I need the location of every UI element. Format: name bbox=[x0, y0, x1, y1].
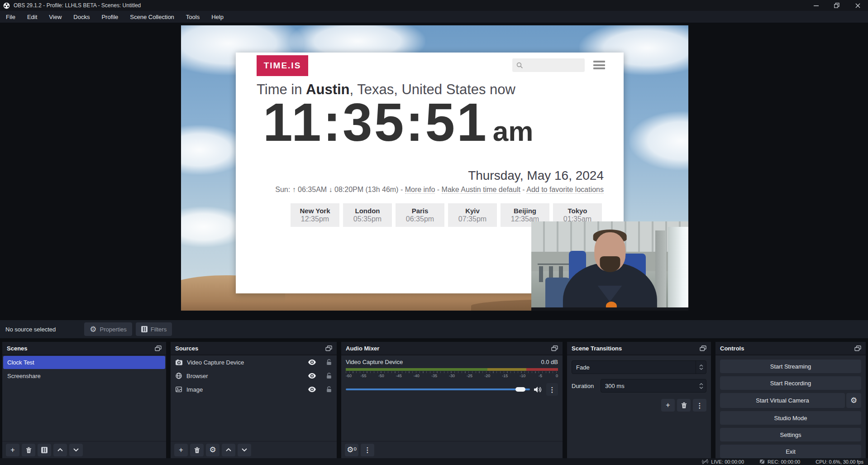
exit-button[interactable]: Exit bbox=[720, 445, 861, 458]
properties-button[interactable]: ⚙ Properties bbox=[84, 322, 132, 336]
globe-icon bbox=[176, 373, 182, 379]
search-input[interactable] bbox=[512, 58, 585, 72]
volume-slider-handle[interactable] bbox=[515, 387, 525, 392]
studio-mode-button[interactable]: Studio Mode bbox=[720, 411, 861, 425]
scene-transitions-panel: Scene Transitions Fade Duration 300 ms bbox=[567, 342, 711, 458]
mixer-channel-name: Video Capture Device bbox=[346, 359, 403, 365]
menu-view[interactable]: View bbox=[43, 11, 67, 23]
menu-help[interactable]: Help bbox=[205, 11, 229, 23]
sources-title: Sources bbox=[175, 345, 198, 352]
program-canvas[interactable]: TIME.IS Time in Austin, Texas, United St… bbox=[181, 25, 688, 311]
meridiem: am bbox=[493, 115, 534, 147]
spin-up-icon[interactable] bbox=[699, 383, 703, 385]
move-scene-up-button[interactable] bbox=[53, 444, 67, 456]
remove-transition-button[interactable] bbox=[677, 399, 691, 412]
menu-file[interactable]: File bbox=[0, 11, 21, 23]
spin-down-icon[interactable] bbox=[699, 387, 703, 389]
mixer-db-value: 0.0 dB bbox=[541, 359, 558, 365]
popout-icon[interactable] bbox=[155, 345, 162, 351]
city-card[interactable]: London05:35pm bbox=[343, 203, 392, 227]
volume-slider[interactable] bbox=[346, 387, 530, 392]
trash-icon bbox=[681, 402, 687, 408]
move-source-down-button[interactable] bbox=[238, 444, 251, 456]
volume-meter bbox=[346, 368, 558, 371]
city-card[interactable]: Paris06:35pm bbox=[396, 203, 444, 227]
duration-spinbox[interactable]: 300 ms bbox=[601, 379, 706, 393]
remove-source-button[interactable] bbox=[190, 444, 204, 456]
speaker-icon[interactable] bbox=[534, 386, 542, 393]
hamburger-menu-icon[interactable] bbox=[593, 61, 605, 69]
restore-button[interactable] bbox=[826, 0, 847, 11]
minimize-button[interactable] bbox=[806, 0, 826, 11]
mixer-channel: Video Capture Device 0.0 dB -60 -55 -50 … bbox=[341, 355, 563, 441]
make-default-link[interactable]: Make Austin time default bbox=[442, 186, 520, 194]
mixer-menu-button[interactable]: ⋮ bbox=[361, 444, 374, 456]
add-favorite-link[interactable]: Add to favorite locations bbox=[526, 186, 604, 194]
chevron-down-icon bbox=[699, 368, 703, 370]
move-source-up-button[interactable] bbox=[222, 444, 235, 456]
double-gear-icon: ⚙ᵒ bbox=[347, 446, 357, 454]
more-info-link[interactable]: More info bbox=[405, 186, 435, 194]
current-date: Thursday, May 16, 2024 bbox=[468, 168, 604, 183]
popout-icon[interactable] bbox=[551, 345, 558, 351]
popout-icon[interactable] bbox=[325, 345, 332, 351]
menubar: File Edit View Docks Profile Scene Colle… bbox=[0, 11, 868, 23]
preview-area: TIME.IS Time in Austin, Texas, United St… bbox=[0, 23, 868, 320]
webcam-hoodie bbox=[597, 286, 622, 302]
add-scene-button[interactable]: + bbox=[6, 444, 19, 456]
visibility-eye-icon[interactable] bbox=[308, 360, 316, 365]
lock-icon[interactable] bbox=[326, 386, 332, 393]
remove-scene-button[interactable] bbox=[22, 444, 35, 456]
menu-tools[interactable]: Tools bbox=[180, 11, 205, 23]
city-card[interactable]: Kyiv07:35pm bbox=[448, 203, 497, 227]
menu-edit[interactable]: Edit bbox=[21, 11, 43, 23]
sources-panel: Sources Video Capture Device bbox=[171, 342, 337, 458]
advanced-audio-button[interactable]: ⚙ᵒ bbox=[345, 444, 358, 456]
visibility-eye-icon[interactable] bbox=[308, 373, 316, 379]
move-scene-down-button[interactable] bbox=[69, 444, 83, 456]
camera-icon bbox=[176, 360, 182, 365]
filters-button[interactable]: Filters bbox=[136, 322, 172, 336]
lock-icon[interactable] bbox=[326, 373, 332, 379]
gear-icon: ⚙ bbox=[850, 397, 857, 404]
menu-scene-collection[interactable]: Scene Collection bbox=[124, 11, 180, 23]
scenes-toolbar: + bbox=[2, 441, 166, 458]
scene-filters-button[interactable] bbox=[38, 444, 51, 456]
scenes-panel: Scenes Clock Test Screenshare + bbox=[2, 342, 166, 458]
titlebar: OBS 29.1.2 - Profile: LLHLS BETA - Scene… bbox=[0, 0, 868, 11]
scene-item-screenshare[interactable]: Screenshare bbox=[3, 369, 165, 383]
obs-logo-icon bbox=[3, 2, 10, 9]
source-item-video-capture[interactable]: Video Capture Device bbox=[171, 355, 337, 369]
virtual-camera-settings-button[interactable]: ⚙ bbox=[846, 393, 861, 408]
visibility-eye-icon[interactable] bbox=[308, 387, 316, 392]
controls-panel: Controls Start Streaming Start Recording… bbox=[715, 342, 866, 458]
lock-icon[interactable] bbox=[326, 359, 332, 365]
start-virtual-camera-button[interactable]: Start Virtual Camera bbox=[720, 393, 845, 408]
transition-properties-button[interactable]: ⋮ bbox=[693, 399, 706, 412]
source-item-image[interactable]: Image bbox=[171, 383, 337, 396]
add-transition-button[interactable]: + bbox=[661, 399, 675, 412]
close-button[interactable] bbox=[847, 0, 868, 11]
mixer-channel-menu-button[interactable]: ⋮ bbox=[546, 383, 558, 396]
sun-info-line: Sun: ↑ 06:35AM ↓ 08:20PM (13h 46m) - Mor… bbox=[275, 186, 604, 194]
city-card[interactable]: New York12:35pm bbox=[291, 203, 339, 227]
settings-button[interactable]: Settings bbox=[720, 428, 861, 441]
webcam-source[interactable] bbox=[531, 221, 688, 311]
transitions-body: Fade Duration 300 ms + bbox=[567, 355, 711, 458]
source-properties-button[interactable]: ⚙ bbox=[206, 444, 219, 456]
start-streaming-button[interactable]: Start Streaming bbox=[720, 360, 861, 373]
menu-docks[interactable]: Docks bbox=[67, 11, 95, 23]
menu-profile[interactable]: Profile bbox=[95, 11, 124, 23]
transition-select[interactable]: Fade bbox=[572, 360, 706, 374]
popout-icon[interactable] bbox=[854, 345, 861, 351]
source-item-browser[interactable]: Browser bbox=[171, 369, 337, 383]
meter-tick-labels: -60 -55 -50 -45 -40 -35 -30 -25 -20 -15 … bbox=[346, 374, 558, 379]
scene-transitions-header: Scene Transitions bbox=[567, 342, 711, 355]
trash-icon bbox=[26, 447, 32, 453]
scenes-title: Scenes bbox=[7, 345, 28, 352]
start-recording-button[interactable]: Start Recording bbox=[720, 376, 861, 390]
scene-item-clock-test[interactable]: Clock Test bbox=[3, 356, 165, 369]
popout-icon[interactable] bbox=[700, 345, 706, 351]
add-source-button[interactable]: + bbox=[174, 444, 188, 456]
sun-times: Sun: ↑ 06:35AM ↓ 08:20PM (13h 46m) bbox=[275, 186, 398, 193]
